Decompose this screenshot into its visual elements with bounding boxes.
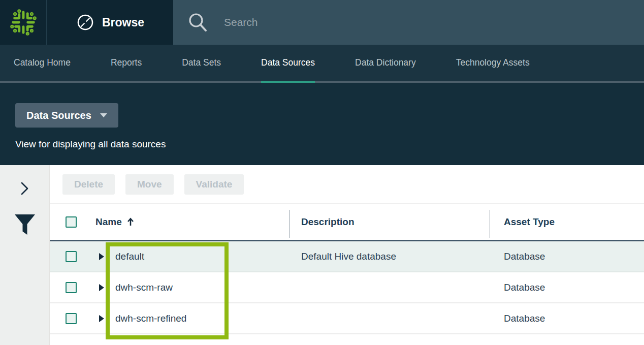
move-button[interactable]: Move bbox=[125, 174, 174, 195]
tab-catalog-home[interactable]: Catalog Home bbox=[14, 45, 71, 81]
description-cell: Default Hive database bbox=[301, 251, 396, 262]
column-header-description[interactable]: Description bbox=[301, 216, 355, 228]
tab-data-sources[interactable]: Data Sources bbox=[261, 45, 315, 81]
browse-label: Browse bbox=[102, 16, 144, 29]
search-icon bbox=[187, 12, 208, 33]
tab-data-sets[interactable]: Data Sets bbox=[182, 45, 221, 81]
tab-technology-assets[interactable]: Technology Assets bbox=[456, 45, 530, 81]
data-source-name-link[interactable]: default bbox=[115, 251, 144, 262]
view-description: View for displaying all data sources bbox=[15, 139, 629, 150]
table-header-row: Name Description Asset Type bbox=[50, 204, 644, 241]
browse-menu-button[interactable]: Browse bbox=[46, 0, 173, 45]
compass-icon bbox=[76, 13, 94, 32]
column-header-asset-type[interactable]: Asset Type bbox=[504, 216, 555, 228]
validate-button[interactable]: Validate bbox=[184, 174, 244, 195]
row-checkbox[interactable] bbox=[66, 282, 77, 293]
view-selector-button[interactable]: Data Sources bbox=[15, 103, 118, 128]
row-checkbox[interactable] bbox=[66, 251, 77, 262]
filter-sidebar bbox=[0, 165, 50, 345]
expand-sidebar-button[interactable] bbox=[20, 181, 29, 196]
expand-caret-icon[interactable] bbox=[99, 253, 104, 260]
alation-logo-icon bbox=[9, 8, 38, 37]
asset-type-cell: Database bbox=[504, 251, 545, 262]
row-checkbox[interactable] bbox=[66, 313, 77, 324]
app-logo[interactable] bbox=[0, 0, 46, 45]
global-search-bar[interactable] bbox=[173, 0, 644, 45]
header-description-column: Description bbox=[289, 204, 490, 240]
content-area: Delete Move Validate Name Description bbox=[0, 165, 644, 345]
data-sources-panel: Delete Move Validate Name Description bbox=[50, 165, 644, 345]
table-row-dwh-scm-raw[interactable]: dwh-scm-raw Database bbox=[50, 272, 644, 303]
asset-type-cell: Database bbox=[504, 313, 545, 324]
tab-data-dictionary[interactable]: Data Dictionary bbox=[355, 45, 416, 81]
view-selector-label: Data Sources bbox=[26, 110, 91, 121]
expand-caret-icon[interactable] bbox=[99, 315, 104, 322]
filter-funnel-icon[interactable] bbox=[14, 214, 36, 236]
top-bar: Browse bbox=[0, 0, 644, 45]
chevron-down-icon bbox=[100, 113, 107, 117]
bulk-actions-toolbar: Delete Move Validate bbox=[50, 165, 644, 204]
column-header-name[interactable]: Name bbox=[95, 216, 134, 228]
delete-button[interactable]: Delete bbox=[62, 174, 115, 195]
table-row-dwh-scm-refined[interactable]: dwh-scm-refined Database bbox=[50, 303, 644, 334]
sort-ascending-arrow-icon bbox=[127, 217, 134, 227]
catalog-nav-bar: Catalog Home Reports Data Sets Data Sour… bbox=[0, 45, 644, 83]
page-header: Data Sources View for displaying all dat… bbox=[0, 83, 644, 165]
expand-caret-icon[interactable] bbox=[99, 284, 104, 291]
asset-type-cell: Database bbox=[504, 282, 545, 293]
header-asset-type-column: Asset Type bbox=[490, 204, 644, 240]
header-name-column: Name bbox=[50, 204, 289, 240]
table-row-default[interactable]: default Default Hive database Database bbox=[50, 241, 644, 272]
data-source-name-link[interactable]: dwh-scm-refined bbox=[115, 313, 186, 324]
select-all-checkbox[interactable] bbox=[66, 216, 77, 228]
data-source-name-link[interactable]: dwh-scm-raw bbox=[115, 282, 173, 293]
search-input[interactable] bbox=[224, 16, 529, 28]
tab-reports[interactable]: Reports bbox=[111, 45, 142, 81]
